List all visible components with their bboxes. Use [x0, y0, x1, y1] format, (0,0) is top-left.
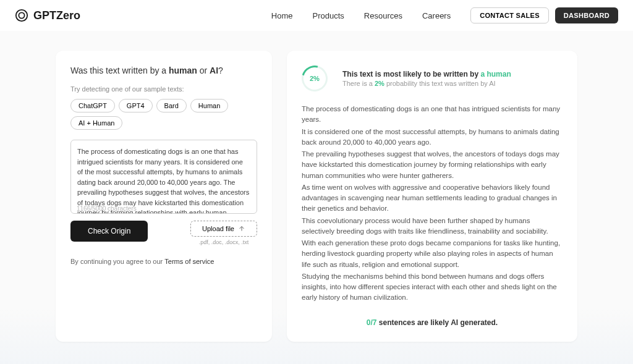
analyzed-text: The process of domesticating dogs is an … [302, 104, 563, 303]
upload-file-button[interactable]: Upload file [190, 221, 257, 237]
nav-home[interactable]: Home [271, 11, 293, 20]
contact-sales-button[interactable]: CONTACT SALES [470, 7, 549, 23]
chip-aihuman[interactable]: AI + Human [70, 116, 122, 130]
result-header: 2% This text is most likely to be writte… [302, 66, 563, 91]
logo[interactable]: GPTZero [15, 9, 80, 22]
svg-point-1 [19, 12, 24, 18]
char-count: 1166/5000 characters [77, 205, 257, 212]
header: GPTZero Home Products Resources Careers … [0, 0, 633, 31]
sample-label: Try detecting one of our sample texts: [70, 85, 257, 93]
nav-careers[interactable]: Careers [422, 11, 451, 20]
brand-text: GPTZero [33, 9, 80, 22]
question-heading: Was this text written by a human or AI? [70, 66, 257, 75]
check-origin-button[interactable]: Check Origin [70, 221, 148, 242]
sentence-count: 0/7 sentences are likely AI generated. [302, 318, 563, 327]
nav: Home Products Resources Careers CONTACT … [271, 7, 618, 23]
input-panel: Was this text written by a human or AI? … [56, 51, 272, 342]
chip-gpt4[interactable]: GPT4 [119, 99, 153, 112]
upload-area: Upload file .pdf, .doc, .docx, .txt [190, 221, 257, 245]
result-text: This text is most likely to be written b… [342, 70, 563, 87]
nav-buttons: CONTACT SALES DASHBOARD [470, 7, 618, 23]
sentence: Studying the mechanisms behind this bond… [302, 271, 563, 303]
terms-text: By continuing you agree to our Terms of … [70, 258, 257, 265]
main: Was this text written by a human or AI? … [0, 31, 633, 342]
sample-chips: ChatGPT GPT4 Bard Human AI + Human [70, 99, 257, 130]
actions-row: Check Origin Upload file .pdf, .doc, .do… [70, 221, 257, 245]
sentence: It is considered one of the most success… [302, 127, 563, 148]
chip-bard[interactable]: Bard [156, 99, 187, 112]
logo-icon [15, 9, 28, 22]
dashboard-button[interactable]: DASHBOARD [555, 7, 618, 23]
chip-human[interactable]: Human [190, 99, 228, 112]
result-title: This text is most likely to be written b… [342, 70, 563, 78]
sentence: This coevolutionary process would have b… [302, 216, 563, 237]
result-panel: 2% This text is most likely to be writte… [287, 51, 577, 342]
terms-link[interactable]: Terms of service [164, 258, 214, 265]
nav-products[interactable]: Products [313, 11, 344, 20]
sentence: As time went on wolves with aggressive a… [302, 182, 563, 214]
upload-formats: .pdf, .doc, .docx, .txt [190, 239, 257, 245]
nav-resources[interactable]: Resources [364, 11, 402, 20]
upload-icon [238, 225, 245, 232]
chip-chatgpt[interactable]: ChatGPT [70, 99, 115, 112]
svg-point-0 [16, 10, 27, 21]
sentence: With each generation these proto dogs be… [302, 238, 563, 270]
percent-circle: 2% [297, 61, 332, 96]
text-input[interactable] [70, 140, 257, 214]
sentence: The process of domesticating dogs is an … [302, 104, 563, 125]
sentence: The prevailing hypotheses suggest that w… [302, 149, 563, 181]
result-subtitle: There is a 2% probability this text was … [342, 80, 563, 87]
